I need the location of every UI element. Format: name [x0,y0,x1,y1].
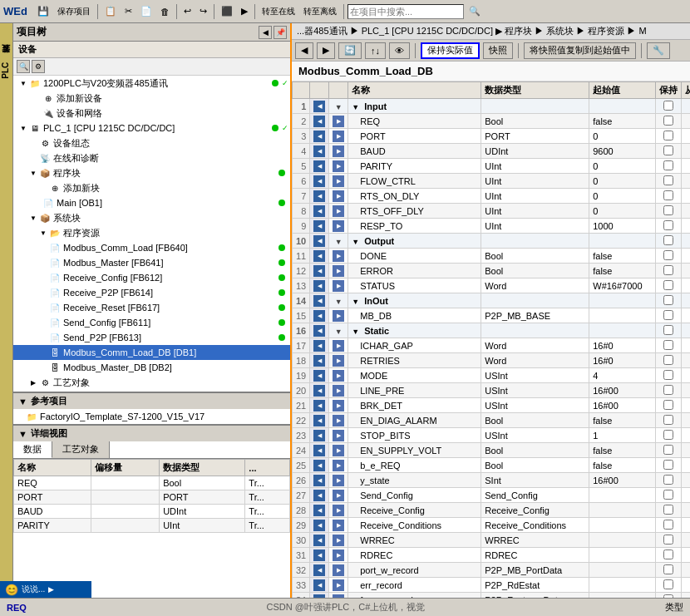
expand-plc1[interactable]: ▼ [18,123,28,133]
toolbar-run[interactable]: ▶ [238,2,251,21]
retain-checkbox[interactable] [663,145,673,155]
retain-checkbox[interactable] [663,579,673,589]
table-row[interactable]: 22 ◀ ▶ EN_DIAG_ALARM Bool false [293,413,691,428]
tree-item-sysblocks[interactable]: ▼ 📦 系统块 [13,210,290,225]
retain-checkbox[interactable] [663,220,673,230]
table-row[interactable]: 15 ◀ ▶ MB_DB P2P_MB_BASE [293,308,691,323]
tree-item-add-device[interactable]: ⊕ 添加新设备 [13,91,290,106]
toolbar-paste[interactable]: 📄 [137,2,155,21]
table-row[interactable]: 10 ◀ ▼ ▼ Output [293,234,691,249]
table-row[interactable]: 19 ◀ ▶ MODE USInt 4 [293,368,691,383]
retain-checkbox[interactable] [663,370,673,380]
table-row[interactable]: 12 ◀ ▶ ERROR Bool false [293,264,691,278]
toolbar-save[interactable]: 💾 [34,2,52,21]
collapse-btn[interactable]: ◀ [259,26,272,39]
table-row[interactable]: 14 ◀ ▼ ▼ InOut [293,293,691,308]
rt-keep-actual[interactable]: 保持实际值 [421,42,480,59]
retain-checkbox[interactable] [663,445,673,455]
search-button[interactable]: 🔍 [466,2,484,21]
detail-row[interactable]: REQ Bool Tr... [14,476,290,490]
rt-back[interactable]: ◀ [295,42,313,59]
retain-checkbox[interactable] [663,295,673,305]
search-input[interactable] [347,4,464,19]
table-row[interactable]: 28 ◀ ▶ Receive_Config Receive_Config [293,503,691,518]
tree-item-db1[interactable]: 🗄 Modbus_Comm_Load_DB [DB1] [13,345,290,360]
retain-checkbox[interactable] [663,400,673,410]
retain-checkbox[interactable] [663,385,673,395]
toolbar-cut[interactable]: ✂ [121,2,136,21]
table-row[interactable]: 33 ◀ ▶ err_record P2P_RdEstat [293,578,691,593]
retain-checkbox[interactable] [663,490,673,500]
tree-item-fb614[interactable]: 📄 Receive_P2P [FB614] [13,285,290,300]
table-row[interactable]: 31 ◀ ▶ RDREC RDREC [293,548,691,563]
retain-checkbox[interactable] [663,355,673,365]
rt-snapshot[interactable]: 快照 [483,42,513,59]
retain-checkbox[interactable] [663,430,673,440]
retain-checkbox[interactable] [663,564,673,574]
table-row[interactable]: 11 ◀ ▶ DONE Bool false [293,249,691,264]
tree-item-fb641[interactable]: 📄 Modbus_Master [FB641] [13,255,290,270]
table-row[interactable]: 23 ◀ ▶ STOP_BITS USInt 1 [293,428,691,443]
retain-checkbox[interactable] [663,131,673,140]
retain-checkbox[interactable] [663,505,673,515]
table-row[interactable]: 8 ◀ ▶ RTS_OFF_DLY UInt 0 [293,204,691,219]
expand-tech[interactable]: ▶ [28,377,38,387]
rt-sort[interactable]: ↑↓ [365,42,386,59]
table-row[interactable]: 27 ◀ ▶ Send_Config Send_Config [293,488,691,503]
tree-item-add-block[interactable]: ⊕ 添加新块 [13,180,290,195]
detail-tab-tech[interactable]: 工艺对象 [52,441,110,458]
tree-item-network[interactable]: 🔌 设备和网络 [13,106,290,121]
tree-item-devconfig[interactable]: ⚙ 设备组态 [13,136,290,150]
tree-item-progres[interactable]: ▼ 📂 程序资源 [13,225,290,240]
table-row[interactable]: 20 ◀ ▶ LINE_PRE USInt 16#00 [293,383,691,398]
expand-progres[interactable]: ▼ [38,228,48,238]
tree-item-online[interactable]: 📡 在线和诊断 [13,150,290,165]
table-row[interactable]: 4 ◀ ▶ BAUD UDInt 9600 [293,144,691,159]
retain-checkbox[interactable] [663,116,673,126]
retain-checkbox[interactable] [663,190,673,200]
retain-checkbox[interactable] [663,265,673,275]
table-row[interactable]: 3 ◀ ▶ PORT PORT 0 [293,129,691,144]
retain-checkbox[interactable] [663,460,673,470]
detail-row[interactable]: PORT PORT Tr... [14,490,290,505]
table-row[interactable]: 25 ◀ ▶ b_e_REQ Bool false [293,458,691,473]
retain-checkbox[interactable] [663,205,673,215]
tree-item-tech[interactable]: ▶ ⚙ 工艺对象 [13,375,290,390]
retain-checkbox[interactable] [663,175,673,185]
retain-checkbox[interactable] [663,250,673,260]
retain-checkbox[interactable] [663,325,673,335]
table-row[interactable]: 18 ◀ ▶ RETRIES Word 16#0 [293,353,691,368]
table-row[interactable]: 9 ◀ ▶ RESP_TO UInt 1000 [293,219,691,234]
toolbar-delete[interactable]: 🗑 [157,2,173,21]
expand-root[interactable]: ▼ [18,78,28,88]
toolbar-save-project[interactable]: 保存项目 [54,2,94,21]
table-row[interactable]: 21 ◀ ▶ BRK_DET USInt 16#00 [293,398,691,413]
table-row[interactable]: 26 ◀ ▶ y_state SInt 16#00 [293,473,691,488]
tree-item-fb612[interactable]: 📄 Receive_Config [FB612] [13,270,290,285]
expand-sysblocks[interactable]: ▼ [28,213,38,223]
tree-item-factoryio[interactable]: 📁 FactoryIO_Template_S7-1200_V15_V17 [13,409,290,424]
expand-progblocks[interactable]: ▼ [28,168,38,178]
toolbar-redo[interactable]: ↪ [196,2,210,21]
table-row[interactable]: 13 ◀ ▶ STATUS Word W#16#7000 [293,278,691,293]
equipment-toolbar-btn1[interactable]: 🔍 [17,60,30,73]
rt-reload[interactable]: 🔄 [338,42,362,59]
retain-checkbox[interactable] [663,549,673,559]
table-row[interactable]: 32 ◀ ▶ port_w_record P2P_MB_PortData [293,563,691,578]
tree-item-fb613[interactable]: 📄 Send_P2P [FB613] [13,330,290,345]
pin-btn[interactable]: 📌 [274,26,287,39]
table-row[interactable]: 5 ◀ ▶ PARITY UInt 0 [293,159,691,174]
table-row[interactable]: 29 ◀ ▶ Receive_Conditions Receive_Condit… [293,518,691,533]
table-row[interactable]: 24 ◀ ▶ EN_SUPPLY_VOLT Bool false [293,443,691,458]
ref-project-header[interactable]: ▼ 参考项目 [13,393,290,409]
rt-view[interactable]: 👁 [389,42,410,59]
retain-checkbox[interactable] [663,101,673,111]
tree-item-fb617[interactable]: 📄 Receive_Reset [FB617] [13,300,290,315]
tree-item-root[interactable]: ▼ 📁 1200PLC与V20变频器485通讯 ✓ [13,76,290,91]
data-table-container[interactable]: 名称 数据类型 起始值 保持 从HMI/OPC 1 ◀ ▼ ▼ Input [292,81,690,598]
equipment-toolbar-btn2[interactable]: ⚙ [32,60,45,73]
tree-item-db2[interactable]: 🗄 Modbus_Master_DB [DB2] [13,360,290,375]
detail-row[interactable]: PARITY UInt Tr... [14,519,290,533]
tree-item-fb640[interactable]: 📄 Modbus_Comm_Load [FB640] [13,240,290,255]
retain-checkbox[interactable] [663,535,673,545]
